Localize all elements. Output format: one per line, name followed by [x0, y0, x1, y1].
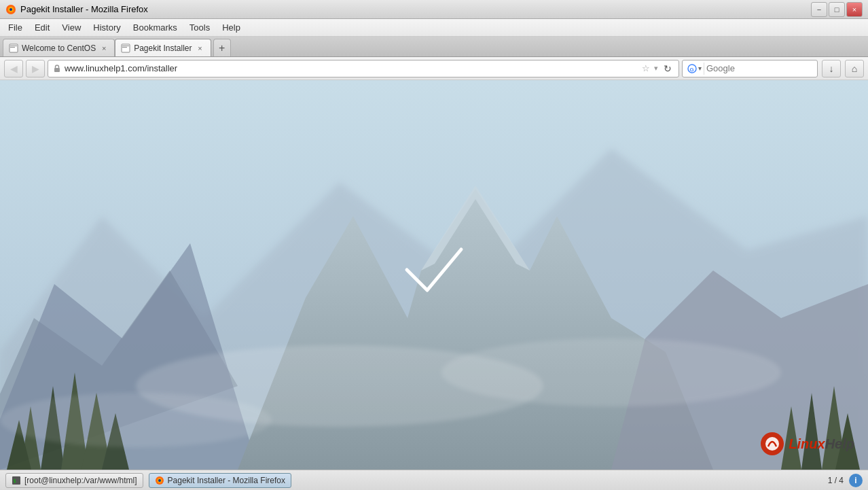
status-left: $ [root@linuxhelp:/var/www/html] Pagekit… — [5, 473, 291, 488]
browser-taskitem-label: Pagekit Installer - Mozilla Firefox — [168, 476, 285, 485]
svg-rect-7 — [122, 46, 129, 46]
restore-button[interactable]: □ — [829, 2, 845, 17]
tab-pagekit-close[interactable]: × — [196, 43, 205, 53]
search-input[interactable] — [706, 63, 820, 73]
menu-view[interactable]: View — [56, 21, 86, 34]
svg-text:G: G — [690, 66, 694, 72]
firefox-icon — [5, 4, 16, 15]
menu-tools[interactable]: Tools — [184, 21, 215, 34]
content-area: LinuxHelp — [0, 80, 868, 470]
page-counter: 1 / 4 — [828, 476, 844, 485]
download-button[interactable]: ↓ — [822, 60, 841, 77]
menu-bookmarks[interactable]: Bookmarks — [128, 21, 183, 34]
menu-bar: File Edit View History Bookmarks Tools H… — [0, 19, 868, 37]
tab-welcome-label: Welcome to CentOS — [22, 43, 96, 53]
svg-rect-8 — [122, 47, 127, 48]
tab-bar: Welcome to CentOS × Pagekit Installer × … — [0, 37, 868, 57]
title-bar-buttons: − □ × — [811, 2, 863, 17]
tab-pagekit-icon — [121, 43, 130, 53]
refresh-button[interactable]: ↻ — [661, 60, 674, 77]
svg-rect-4 — [10, 46, 17, 46]
status-right: 1 / 4 i — [828, 474, 863, 487]
lock-icon — [52, 64, 62, 73]
title-bar-title: Pagekit Installer - Mozilla Firefox — [20, 4, 148, 14]
terminal-icon: $ — [12, 476, 21, 485]
svg-point-35 — [765, 437, 779, 451]
forward-button[interactable]: ▶ — [26, 60, 45, 77]
browser-taskitem[interactable]: Pagekit Installer - Mozilla Firefox — [149, 473, 291, 488]
svg-rect-5 — [10, 47, 15, 48]
info-button[interactable]: i — [849, 474, 863, 487]
status-bar: $ [root@linuxhelp:/var/www/html] Pagekit… — [0, 470, 868, 490]
nav-bar: ◀ ▶ ☆ ▾ ↻ G ▾ ↓ ⌂ — [0, 57, 868, 80]
back-button[interactable]: ◀ — [4, 60, 23, 77]
url-bar-container: ☆ ▾ ↻ — [48, 60, 679, 77]
tab-pagekit-label: Pagekit Installer — [134, 43, 192, 53]
search-container: G ▾ — [682, 60, 818, 77]
google-icon: G — [687, 64, 697, 73]
bookmark-dropdown[interactable]: ▾ — [654, 64, 658, 73]
minimize-button[interactable]: − — [811, 2, 827, 17]
checkmark-icon — [400, 243, 468, 297]
linuxhelp-brand: LinuxHelp — [789, 436, 854, 452]
svg-rect-3 — [10, 44, 18, 52]
svg-text:$: $ — [14, 478, 16, 484]
close-button[interactable]: × — [846, 2, 863, 17]
svg-point-40 — [158, 479, 161, 482]
svg-point-33 — [0, 393, 272, 447]
linuxhelp-logo-icon — [760, 432, 784, 456]
menu-help[interactable]: Help — [217, 21, 246, 34]
menu-edit[interactable]: Edit — [29, 21, 55, 34]
tab-welcome[interactable]: Welcome to CentOS × — [3, 39, 115, 56]
title-bar: Pagekit Installer - Mozilla Firefox − □ … — [0, 0, 868, 19]
svg-rect-6 — [122, 44, 130, 52]
tab-pagekit[interactable]: Pagekit Installer × — [115, 39, 211, 56]
terminal-taskitem[interactable]: $ [root@linuxhelp:/var/www/html] — [5, 473, 143, 488]
url-input[interactable] — [65, 63, 638, 73]
search-engine-button[interactable]: G ▾ — [685, 63, 704, 75]
svg-point-32 — [441, 338, 781, 406]
new-tab-button[interactable]: + — [213, 39, 231, 56]
tab-welcome-icon — [9, 43, 18, 53]
menu-history[interactable]: History — [88, 21, 126, 34]
svg-rect-9 — [54, 68, 60, 72]
menu-file[interactable]: File — [3, 21, 28, 34]
svg-point-2 — [10, 8, 12, 11]
home-button[interactable]: ⌂ — [845, 60, 864, 77]
firefox-taskbar-icon — [155, 476, 164, 485]
tab-welcome-close[interactable]: × — [99, 43, 109, 53]
title-bar-left: Pagekit Installer - Mozilla Firefox — [5, 4, 148, 15]
linuxhelp-logo: LinuxHelp — [760, 432, 854, 456]
bookmark-button[interactable]: ☆ — [640, 63, 651, 74]
terminal-label: [root@linuxhelp:/var/www/html] — [24, 476, 137, 485]
